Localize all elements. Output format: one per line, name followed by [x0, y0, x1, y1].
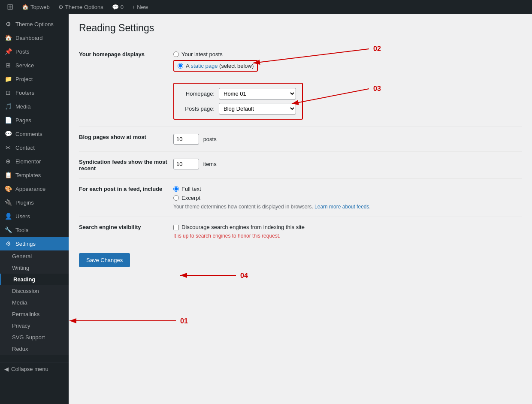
sidebar-item-pages[interactable]: 📄 Pages — [0, 113, 69, 127]
appearance-icon: 🎨 — [4, 185, 12, 192]
pages-icon: 📄 — [4, 117, 12, 124]
posts-page-select[interactable]: Blog Default Blog — Select — — [219, 103, 296, 115]
collapse-icon: ◀ — [4, 366, 9, 372]
adminbar-theme-options[interactable]: ⚙ Theme Options — [55, 0, 107, 14]
service-icon: ⊞ — [4, 62, 12, 69]
adminbar-comments[interactable]: 💬 0 — [109, 0, 127, 14]
home-icon: 🏠 — [22, 4, 29, 10]
blog-pages-input[interactable] — [173, 134, 199, 145]
homepage-displays-label: Your homepage displays — [79, 44, 173, 127]
adminbar-site[interactable]: 🏠 Topweb — [18, 0, 53, 14]
page-title: Reading Settings — [79, 22, 522, 34]
search-visibility-label: Search engine visibility — [79, 217, 173, 246]
feed-include-field: Full text Excerpt Your theme determines … — [173, 179, 522, 217]
syndication-suffix: items — [203, 161, 217, 167]
sidebar-item-project[interactable]: 📁 Project — [0, 72, 69, 86]
sidebar-item-posts[interactable]: 📌 Posts — [0, 45, 69, 58]
static-page-link[interactable]: static page — [191, 63, 218, 69]
submenu-writing[interactable]: Writing — [0, 262, 69, 274]
settings-icon: ⚙ — [4, 240, 12, 247]
blog-pages-suffix: posts — [203, 136, 217, 142]
sidebar: ⚙ Theme Options 🏠 Dashboard 📌 Posts ⊞ Se… — [0, 14, 69, 404]
elementor-icon: ⊕ — [4, 158, 12, 165]
radio-latest-label[interactable]: Your latest posts — [173, 51, 522, 57]
static-page-selects: Homepage: Home 01 Home 02 Sample Page — … — [173, 83, 303, 120]
sidebar-item-settings[interactable]: ⚙ Settings — [0, 237, 69, 250]
syndication-input[interactable] — [173, 159, 199, 169]
submenu-general[interactable]: General — [0, 250, 69, 262]
syndication-row: Syndication feeds show the most recent i… — [79, 152, 522, 179]
homepage-displays-row: Your homepage displays Your latest posts… — [79, 44, 522, 127]
plugins-icon: 🔌 — [4, 199, 12, 206]
search-visibility-row: Search engine visibility Discourage sear… — [79, 217, 522, 246]
svg-text:04: 04 — [240, 272, 248, 279]
sidebar-item-dashboard[interactable]: 🏠 Dashboard — [0, 31, 69, 45]
radio-latest-posts[interactable] — [173, 51, 179, 57]
radio-excerpt[interactable] — [173, 195, 179, 201]
radio-full-text-label[interactable]: Full text — [173, 186, 522, 192]
radio-full-text[interactable] — [173, 186, 179, 192]
syndication-field: items — [173, 152, 522, 179]
dashboard-icon: 🏠 — [4, 34, 12, 41]
homepage-displays-field: Your latest posts A static page (select … — [173, 44, 522, 127]
gear-icon: ⚙ — [58, 4, 63, 10]
sidebar-item-plugins[interactable]: 🔌 Plugins — [0, 196, 69, 209]
search-checkbox-label[interactable]: Discourage search engines from indexing … — [173, 224, 522, 230]
posts-page-select-row: Posts page: Blog Default Blog — Select — — [180, 103, 296, 115]
feed-include-label: For each post in a feed, include — [79, 179, 173, 217]
sidebar-item-service[interactable]: ⊞ Service — [0, 58, 69, 72]
comment-icon: 💬 — [112, 4, 119, 10]
footers-icon: ⊡ — [4, 89, 12, 96]
blog-pages-field: posts — [173, 127, 522, 152]
syndication-label: Syndication feeds show the most recent — [79, 152, 173, 179]
adminbar-new[interactable]: + New — [129, 0, 151, 14]
static-page-box: A static page (select below) — [173, 60, 258, 72]
tools-icon: 🔧 — [4, 226, 12, 233]
submenu-discussion[interactable]: Discussion — [0, 285, 69, 297]
submenu-media[interactable]: Media — [0, 297, 69, 308]
submenu-permalinks[interactable]: Permalinks — [0, 308, 69, 320]
search-visibility-checkbox[interactable] — [173, 225, 179, 230]
users-icon: 👤 — [4, 213, 12, 220]
feed-theme-note: Your theme determines how content is dis… — [173, 204, 522, 210]
homepage-select-label: Homepage: — [180, 90, 215, 97]
blog-pages-label: Blog pages show at most — [79, 127, 173, 152]
sidebar-item-theme-options[interactable]: ⚙ Theme Options — [0, 17, 69, 31]
sidebar-item-templates[interactable]: 📋 Templates — [0, 168, 69, 182]
wp-logo[interactable]: ⊞ — [3, 0, 17, 14]
learn-more-feeds-link[interactable]: Learn more about feeds — [314, 204, 369, 210]
radio-static-text: A static page (select below) — [186, 63, 254, 69]
gear-icon: ⚙ — [4, 21, 12, 27]
main-content: Reading Settings Your homepage displays … — [69, 14, 532, 404]
search-visibility-note: It is up to search engines to honor this… — [173, 233, 522, 239]
radio-excerpt-label[interactable]: Excerpt — [173, 195, 522, 201]
sidebar-item-appearance[interactable]: 🎨 Appearance — [0, 182, 69, 196]
homepage-select[interactable]: Home 01 Home 02 Sample Page — Select — — [219, 88, 296, 99]
posts-page-select-label: Posts page: — [180, 106, 215, 112]
submenu-svg-support[interactable]: SVG Support — [0, 332, 69, 343]
contact-icon: ✉ — [4, 144, 12, 151]
sidebar-item-users[interactable]: 👤 Users — [0, 209, 69, 223]
submenu-redux[interactable]: Redux — [0, 343, 69, 355]
sidebar-item-tools[interactable]: 🔧 Tools — [0, 223, 69, 237]
media-icon: 🎵 — [4, 103, 12, 110]
homepage-select-row: Homepage: Home 01 Home 02 Sample Page — … — [180, 88, 296, 99]
settings-submenu: General Writing Reading Discussion Media… — [0, 250, 69, 355]
project-icon: 📁 — [4, 75, 12, 82]
comments-icon: 💬 — [4, 130, 12, 137]
submenu-reading[interactable]: Reading — [0, 274, 69, 285]
sidebar-item-comments[interactable]: 💬 Comments — [0, 127, 69, 141]
radio-static-page[interactable] — [178, 63, 183, 69]
feed-include-row: For each post in a feed, include Full te… — [79, 179, 522, 217]
collapse-menu-button[interactable]: ◀ Collapse menu — [0, 362, 69, 376]
sidebar-item-contact[interactable]: ✉ Contact — [0, 141, 69, 154]
sidebar-item-elementor[interactable]: ⊕ Elementor — [0, 154, 69, 168]
sidebar-item-footers[interactable]: ⊡ Footers — [0, 86, 69, 99]
search-visibility-field: Discourage search engines from indexing … — [173, 217, 522, 246]
templates-icon: 📋 — [4, 172, 12, 178]
sidebar-item-media[interactable]: 🎵 Media — [0, 99, 69, 113]
save-changes-button[interactable]: Save Changes — [79, 253, 130, 267]
settings-form: Your homepage displays Your latest posts… — [79, 44, 522, 246]
submenu-privacy[interactable]: Privacy — [0, 320, 69, 332]
posts-icon: 📌 — [4, 48, 12, 55]
